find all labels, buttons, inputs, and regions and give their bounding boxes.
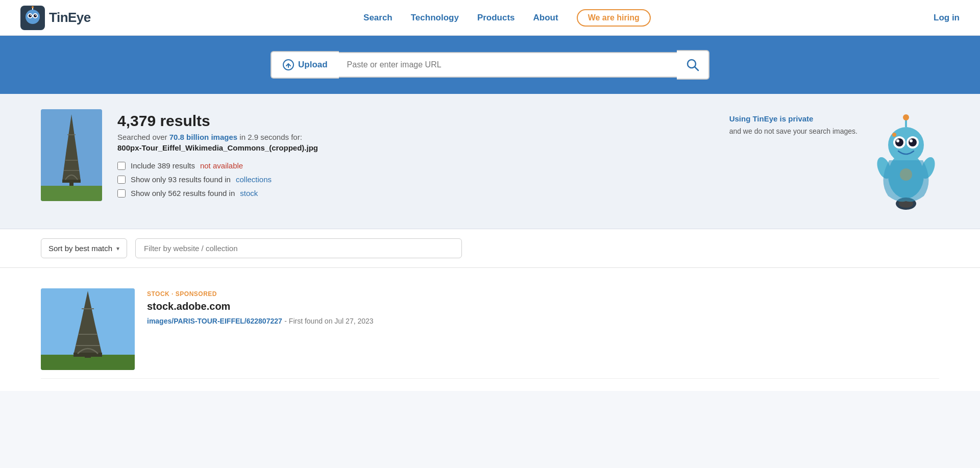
- logo-text: TinEye: [49, 10, 91, 26]
- checkbox-collections[interactable]: [117, 176, 126, 184]
- searched-prefix: Searched over: [117, 133, 169, 141]
- searched-suffix: in 2.9 seconds for:: [237, 133, 302, 141]
- search-bar-container: Upload: [271, 50, 709, 80]
- we-are-hiring-button[interactable]: We are hiring: [577, 9, 651, 27]
- tineye-logo-icon: [20, 6, 45, 30]
- results-inner: 4,379 results Searched over 70.8 billion…: [41, 109, 939, 213]
- sort-dropdown[interactable]: Sort by best match ▾: [41, 238, 127, 258]
- result-date: - First found on Jul 27, 2023: [284, 317, 373, 325]
- svg-point-1: [26, 10, 40, 24]
- query-image-thumbnail: [41, 109, 102, 201]
- results-info: 4,379 results Searched over 70.8 billion…: [117, 109, 714, 203]
- upload-icon: [283, 59, 294, 70]
- checkbox-not-available[interactable]: [117, 162, 126, 170]
- results-filename: 800px-Tour_Eiffel_Wikimedia_Commons_(cro…: [117, 143, 714, 152]
- upload-label: Upload: [298, 60, 328, 70]
- nav-search[interactable]: Search: [363, 13, 393, 23]
- checkbox2-prefix: Show only 93 results found in: [131, 175, 231, 184]
- svg-rect-47: [85, 353, 91, 358]
- filter-input[interactable]: [135, 238, 462, 258]
- search-icon: [686, 58, 699, 71]
- checkbox-row-1: Include 389 results not available: [117, 161, 714, 170]
- checkbox1-prefix: Include 389 results: [131, 161, 195, 170]
- svg-point-29: [896, 139, 899, 142]
- svg-point-5: [34, 14, 37, 17]
- nav-technology[interactable]: Technology: [411, 13, 459, 23]
- checkbox-stock[interactable]: [117, 189, 126, 198]
- svg-point-9: [32, 6, 34, 8]
- svg-rect-22: [69, 180, 74, 186]
- main-nav: Search Technology Products About We are …: [363, 9, 651, 27]
- login-link[interactable]: Log in: [934, 13, 960, 23]
- privacy-title: Using TinEye is private: [729, 114, 857, 123]
- checkbox-row-3: Show only 562 results found in stock: [117, 189, 714, 198]
- result-link[interactable]: images/PARIS-TOUR-EIFFEL/622807227: [147, 317, 282, 325]
- table-row: STOCK · SPONSORED stock.adobe.com images…: [41, 280, 939, 379]
- svg-point-6: [30, 15, 31, 16]
- svg-point-32: [903, 114, 909, 120]
- svg-point-30: [910, 139, 913, 142]
- svg-line-13: [695, 67, 698, 70]
- robot-mascot: [873, 109, 939, 213]
- privacy-text: and we do not save your search images.: [729, 126, 857, 137]
- results-count: 4,379 results: [117, 112, 714, 130]
- svg-point-28: [909, 138, 917, 146]
- svg-point-7: [35, 15, 36, 16]
- upload-button[interactable]: Upload: [271, 51, 339, 79]
- results-subtitle: Searched over 70.8 billion images in 2.9…: [117, 133, 714, 141]
- result-link-row: images/PARIS-TOUR-EIFFEL/622807227 - Fir…: [147, 316, 939, 326]
- svg-point-33: [892, 133, 896, 137]
- result-thumbnail: [41, 288, 135, 370]
- checkbox3-prefix: Show only 562 results found in: [131, 189, 235, 198]
- result-content: STOCK · SPONSORED stock.adobe.com images…: [147, 288, 939, 370]
- results-summary-area: 4,379 results Searched over 70.8 billion…: [0, 94, 980, 229]
- svg-point-27: [895, 138, 903, 146]
- site-header: TinEye Search Technology Products About …: [0, 0, 980, 36]
- search-button[interactable]: [677, 50, 709, 80]
- chevron-down-icon: ▾: [116, 245, 119, 252]
- result-tags: STOCK · SPONSORED: [147, 290, 939, 298]
- svg-point-4: [29, 14, 32, 17]
- billion-images-link[interactable]: 70.8 billion images: [169, 133, 237, 141]
- result-domain: stock.adobe.com: [147, 301, 939, 312]
- svg-point-24: [888, 127, 924, 163]
- not-available-link[interactable]: not available: [200, 161, 243, 170]
- url-input[interactable]: [339, 52, 677, 78]
- filters-row: Sort by best match ▾: [0, 229, 980, 268]
- search-bar-area: Upload: [0, 36, 980, 94]
- stock-link[interactable]: stock: [240, 189, 258, 198]
- nav-about[interactable]: About: [533, 13, 558, 23]
- sort-label: Sort by best match: [48, 244, 112, 253]
- checkbox-row-2: Show only 93 results found in collection…: [117, 175, 714, 184]
- nav-products[interactable]: Products: [477, 13, 515, 23]
- results-list: STOCK · SPONSORED stock.adobe.com images…: [0, 268, 980, 391]
- logo-area: TinEye: [20, 6, 91, 30]
- collections-link[interactable]: collections: [236, 175, 272, 184]
- svg-rect-15: [41, 186, 102, 201]
- privacy-box: Using TinEye is private and we do not sa…: [729, 109, 857, 137]
